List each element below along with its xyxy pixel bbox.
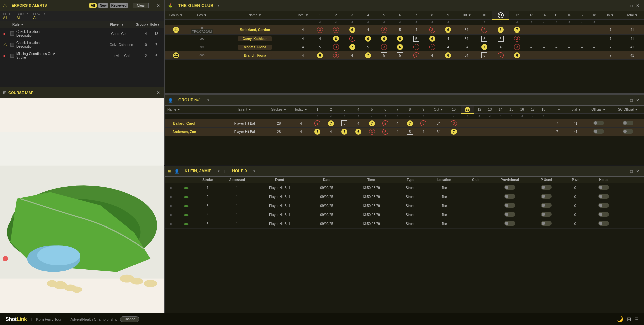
expand-arrow-icon[interactable]: ◀▶ [183,213,189,217]
expand-arrow-icon[interactable]: ◀▶ [183,186,189,190]
drag-handle-icon[interactable]: ⠿ [170,221,173,226]
badge-reviewed[interactable]: Reviewed [110,3,128,8]
expand-arrow-icon[interactable]: ◀▶ [183,195,189,199]
drag-handle-icon[interactable]: ⠿ [170,194,173,199]
group-filter[interactable]: GROUP All [17,12,28,20]
drag-handle-icon[interactable]: ⠿ [170,212,173,217]
klein-row[interactable]: ⠿ ◀▶ 1 1 Player Hit Ball 09/02/25 13:50:… [165,183,644,192]
course-map-panel: ⊞ COURSE MAP □ ✕ [0,87,164,313]
score-cell: 3 [333,27,339,33]
chevron-down-icon[interactable]: ▾ [218,3,220,8]
provisional-toggle[interactable] [504,194,515,199]
player-name-cell[interactable]: Ballard, Carol [167,121,201,126]
chevron-down-icon[interactable]: ▾ [253,169,255,173]
rule-column-header: Rule ▼ [12,23,99,26]
minimize-button[interactable]: □ [150,3,154,8]
drag-handle-icon[interactable]: ⠿ [170,203,173,208]
p-used-toggle[interactable] [541,221,552,226]
score-cell: 6 [349,27,355,33]
official-toggle[interactable] [593,121,604,125]
close-klein-button[interactable]: ✕ [635,169,640,174]
chevron-down-icon[interactable]: ▾ [207,98,209,102]
scorecard-row[interactable]: 99 Montes, Fiona 4 5 3 7 5 3 6 2 2 [165,43,644,51]
grid-icon[interactable]: ⊞ [627,316,631,322]
expand-icon[interactable]: ⊞ [168,169,171,173]
klein-table-container: Stroke Accessed Event Date Time Type Loc… [165,177,644,229]
klein-row[interactable]: ⠿ ◀▶ 5 1 Player Hit Ball 09/02/25 13:50:… [165,219,644,229]
score-cell: – [527,119,538,128]
course-map-canvas[interactable] [0,98,164,313]
sc-official-toggle[interactable] [623,121,633,125]
group1-row[interactable]: Ballard, Carol Player Hit Ball 28 4 2 7 … [165,119,644,128]
alert-checkbox[interactable] [10,31,14,36]
provisional-toggle[interactable] [504,212,515,217]
provisional-toggle[interactable] [504,221,515,226]
provisional-toggle[interactable] [504,203,515,208]
holed-toggle[interactable] [598,203,609,208]
errors-alerts-panel: ⚠ ERRORS & ALERTS All New Reviewed Clear… [0,0,164,87]
close-map-button[interactable]: ✕ [156,90,161,95]
player-name-cell[interactable]: Carey, Kathleen [238,36,272,41]
row-menu-icon[interactable]: ⋮⋮⋮ [627,186,637,190]
badge-all[interactable]: All [89,3,97,8]
chevron-down-icon[interactable]: ▾ [218,169,220,173]
layout-icon[interactable]: ⊟ [634,316,639,322]
total-cell: 41 [566,119,585,128]
holed-toggle[interactable] [598,194,609,199]
player-filter[interactable]: PLAYER All [33,12,45,20]
p-used-toggle[interactable] [541,203,552,208]
player-name-cell[interactable]: Montes, Fiona [238,45,272,50]
klein-row[interactable]: ⠿ ◀▶ 4 1 Player Hit Ball 09/02/25 13:50:… [165,210,644,219]
hole-filter[interactable]: HOLE All [3,12,11,20]
bottom-bar: ShotLink | Korn Ferry Tour | AdventHealt… [0,313,644,325]
provisional-toggle[interactable] [504,185,515,190]
row-menu-icon[interactable]: ⋮⋮⋮ [627,213,637,217]
close-group1-button[interactable]: ✕ [635,98,640,103]
row-menu-icon[interactable]: ⋮⋮⋮ [627,222,637,226]
close-button[interactable]: ✕ [156,3,161,8]
minimize-glen-button[interactable]: □ [629,3,634,8]
score-cell: – [563,43,576,51]
klein-row[interactable]: ⠿ ◀▶ 3 1 Player Hit Ball 09/02/25 13:50:… [165,201,644,210]
scorecard-row[interactable]: 999 Carey, Kathleen 4 4 6 2 6 6 6 5 6 [165,35,644,43]
player-name-cell[interactable]: Branch, Fiona [238,53,272,58]
alert-checkbox[interactable] [10,43,14,47]
score-cell: 7 [341,129,347,135]
total-cell: 41 [566,128,585,136]
expand-arrow-icon[interactable]: ◀▶ [183,222,189,226]
expand-arrow-icon[interactable]: ◀▶ [183,204,189,208]
player-name-cell[interactable]: Andersen, Zoe [167,129,201,134]
h11-header: 11 [492,11,509,20]
minimize-map-button[interactable]: □ [150,90,154,95]
hole-number: 13 [152,32,161,36]
drag-handle-icon[interactable]: ⠿ [170,185,173,190]
score-cell: – [588,35,601,43]
klein-row[interactable]: ⠿ ◀▶ 2 1 Player Hit Ball 09/02/25 13:50:… [165,192,644,201]
holed-toggle[interactable] [598,185,609,190]
p-used-toggle[interactable] [541,194,552,199]
row-menu-icon[interactable]: ⋮⋮⋮ [627,204,637,208]
moon-icon[interactable]: 🌙 [616,316,623,322]
holed-toggle[interactable] [598,221,609,226]
score-cell: – [495,119,506,128]
alert-checkbox[interactable] [10,54,14,58]
sc-official-toggle[interactable] [623,129,633,134]
p-used-toggle[interactable] [541,212,552,217]
p-used-toggle[interactable] [541,185,552,190]
badge-new[interactable]: New [98,3,108,8]
minimize-klein-button[interactable]: □ [629,169,634,174]
clear-button[interactable]: Clear [133,3,149,8]
group1-row[interactable]: Andersen, Zoe Player Hit Ball 28 4 7 4 7… [165,128,644,136]
scorecard-row[interactable]: 12 000 Branch, Fiona 4 6 3 4 7 5 5 3 [165,51,644,60]
player-name-cell[interactable]: Strickland, Gordon [237,27,273,32]
official-toggle[interactable] [593,129,604,134]
holed-toggle[interactable] [598,212,609,217]
sub-group: 99 [187,43,216,51]
row-menu-icon[interactable]: ⋮⋮⋮ [627,195,637,199]
close-glen-button[interactable]: ✕ [635,3,640,8]
scorecard-row[interactable]: 11 000TP-1-07:30AM Strickland, Gordon 4 … [165,25,644,35]
score-cell: 3 [369,129,375,135]
minimize-group1-button[interactable]: □ [629,98,634,103]
change-button[interactable]: Change [120,316,139,322]
type-col-header: Type [395,177,426,183]
